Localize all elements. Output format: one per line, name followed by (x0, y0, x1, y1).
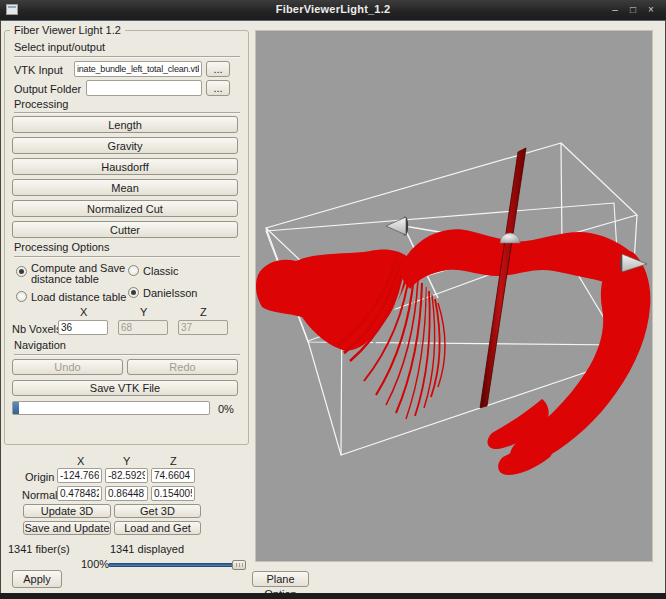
save-and-update-button[interactable]: Save and Update (23, 521, 111, 535)
slider-track[interactable] (108, 563, 246, 567)
viewport-3d[interactable] (255, 30, 653, 562)
origin-x-field[interactable] (57, 468, 102, 483)
vtk-input-field[interactable] (74, 61, 202, 77)
normal-x-field[interactable] (57, 486, 102, 501)
progress-fill (13, 402, 19, 414)
radio-classic[interactable] (128, 265, 139, 276)
output-folder-field[interactable] (86, 80, 202, 96)
plane-axis-x: X (77, 455, 84, 467)
origin-label: Origin (25, 471, 54, 483)
cutter-button[interactable]: Cutter (12, 221, 238, 238)
radio-danielsson[interactable] (128, 287, 139, 298)
section-select-io: Select input/output (14, 41, 105, 53)
radio-load-distance[interactable] (16, 291, 27, 302)
section-processing: Processing (14, 98, 68, 110)
display-percent-slider[interactable] (108, 560, 246, 570)
separator (14, 354, 240, 356)
window-title: FiberViewerLight_1.2 (0, 3, 666, 15)
cutter-rod[interactable] (480, 148, 526, 408)
vtk-browse-button[interactable]: ... (206, 61, 230, 77)
nb-voxels-z-field (178, 320, 228, 335)
voxels-axis-z: Z (200, 306, 207, 318)
plane-option-button[interactable]: Plane Option (252, 571, 309, 587)
normalized-cut-button[interactable]: Normalized Cut (12, 200, 238, 217)
redo-button[interactable]: Redo (127, 359, 238, 375)
radio-compute-save-label[interactable]: Compute and Save distance table (31, 263, 127, 285)
nb-voxels-label: Nb Voxels (12, 323, 62, 335)
voxels-axis-x: X (80, 306, 87, 318)
normal-y-field[interactable] (105, 486, 148, 501)
gravity-button[interactable]: Gravity (12, 137, 238, 154)
hausdorff-button[interactable]: Hausdorff (12, 158, 238, 175)
slider-handle[interactable] (232, 560, 246, 570)
normal-z-field[interactable] (151, 486, 195, 501)
output-folder-label: Output Folder (14, 83, 81, 95)
fiber-bundle (256, 229, 650, 475)
section-navigation: Navigation (14, 339, 66, 351)
radio-compute-save[interactable] (16, 266, 27, 277)
separator (14, 256, 240, 258)
window-border-bottom (0, 593, 666, 599)
vtk-input-label: VTK Input (14, 64, 63, 76)
application-window: FiberViewerLight_1.2 – □ × Fiber Viewer … (0, 0, 666, 599)
plane-normal-cone-left[interactable] (386, 217, 408, 236)
window-border-left (0, 20, 1, 599)
plane-origin-sphere[interactable] (500, 233, 520, 243)
close-button[interactable]: × (644, 3, 658, 17)
origin-y-field[interactable] (105, 468, 148, 483)
minimize-button[interactable]: – (608, 3, 622, 17)
section-processing-options: Processing Options (14, 241, 109, 253)
displayed-count-label: 1341 displayed (110, 543, 184, 555)
separator (14, 56, 240, 58)
nb-voxels-y-field (118, 320, 168, 335)
viewport-3d-canvas[interactable] (256, 31, 652, 561)
nb-voxels-x-field[interactable] (58, 320, 108, 335)
fiber-count-label: 1341 fiber(s) (8, 543, 70, 555)
undo-button[interactable]: Undo (12, 359, 123, 375)
length-button[interactable]: Length (12, 116, 238, 133)
radio-danielsson-label[interactable]: Danielsson (143, 288, 197, 299)
groupbox-title: Fiber Viewer Light 1.2 (10, 24, 125, 36)
save-vtk-button[interactable]: Save VTK File (12, 380, 238, 396)
title-bar[interactable]: FiberViewerLight_1.2 – □ × (0, 0, 666, 21)
progress-label: 0% (218, 403, 234, 415)
update-3d-button[interactable]: Update 3D (23, 504, 111, 518)
plane-axis-z: Z (170, 455, 177, 467)
maximize-button[interactable]: □ (626, 3, 640, 17)
progress-bar (12, 401, 210, 415)
separator (14, 112, 240, 114)
radio-load-distance-label[interactable]: Load distance table (31, 292, 126, 303)
plane-axis-y: Y (123, 455, 130, 467)
origin-z-field[interactable] (151, 468, 195, 483)
get-3d-button[interactable]: Get 3D (114, 504, 201, 518)
radio-classic-label[interactable]: Classic (143, 266, 178, 277)
load-and-get-button[interactable]: Load and Get (114, 521, 201, 535)
apply-button[interactable]: Apply (12, 570, 62, 588)
mean-button[interactable]: Mean (12, 179, 238, 196)
normal-label: Normal (22, 489, 57, 501)
voxels-axis-y: Y (140, 306, 147, 318)
output-browse-button[interactable]: ... (206, 80, 230, 96)
percent-label: 100% (81, 558, 109, 570)
